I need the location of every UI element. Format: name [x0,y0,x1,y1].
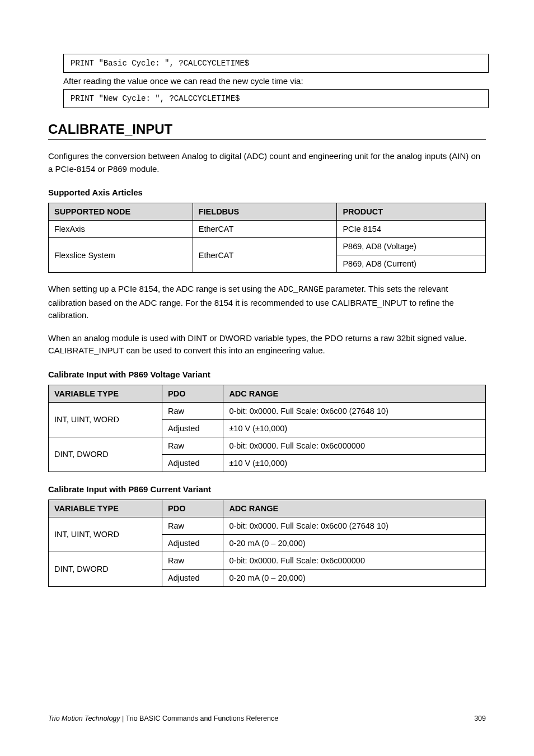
cell-pdo: Adjusted [162,534,223,552]
th-adc-range: ADC RANGE [223,500,486,517]
cell-adc: ±10 V (±10,000) [223,419,486,437]
cell-pdo: Raw [162,517,223,534]
th-vartype: VARIABLE TYPE [49,385,162,402]
th-vartype: VARIABLE TYPE [49,500,162,517]
th-fieldbus: FIELDBUS [193,203,337,221]
cell-pdo: Raw [162,437,223,454]
para-text: When setting up a PCIe 8154, the ADC ran… [48,284,278,293]
code-text: PRINT "New Cycle: ", ?CALCCYCLETIME$ [71,94,240,103]
table-row: Flexslice System EtherCAT P869, AD8 (Vol… [49,238,486,255]
code-line-2: PRINT "New Cycle: ", ?CALCCYCLETIME$ [63,89,489,108]
para-1: Configures the conversion between Analog… [48,150,486,175]
th-product: PRODUCT [337,203,486,221]
table3-caption: Calibrate Input with P869 Current Varian… [48,484,486,494]
cell-product: P869, AD8 (Voltage) [337,238,486,255]
cell-adc: 0-bit: 0x0000. Full Scale: 0x6c00 (27648… [223,517,486,534]
table-supported-axis: SUPPORTED NODE FIELDBUS PRODUCT FlexAxis… [48,203,486,273]
cell-fieldbus: EtherCAT [193,238,337,273]
cell-vartype: DINT, DWORD [49,437,162,472]
table-voltage: VARIABLE TYPE PDO ADC RANGE INT, UINT, W… [48,385,486,472]
cell-pdo: Adjusted [162,569,223,586]
table-row: INT, UINT, WORD Raw 0-bit: 0x0000. Full … [49,517,486,534]
footer-company: Trio Motion Technology [48,715,120,722]
cell-fieldbus: EtherCAT [193,221,337,238]
section-rule [48,139,486,140]
footer-page-number: 309 [474,715,486,722]
code-inter-text: After reading the value once we can read… [63,76,486,86]
page-footer: Trio Motion Technology | Trio BASIC Comm… [48,715,486,722]
cell-adc: 0-bit: 0x0000. Full Scale: 0x6c00 (27648… [223,402,486,419]
footer-doc-title: Trio BASIC Commands and Functions Refere… [126,715,279,722]
cell-pdo: Raw [162,552,223,569]
table2-caption: Calibrate Input with P869 Voltage Varian… [48,370,486,379]
table-row: DINT, DWORD Raw 0-bit: 0x0000. Full Scal… [49,552,486,569]
th-pdo: PDO [162,500,223,517]
th-adc-range: ADC RANGE [223,385,486,402]
th-pdo: PDO [162,385,223,402]
table-header-row: VARIABLE TYPE PDO ADC RANGE [49,500,486,517]
cell-product: P869, AD8 (Current) [337,255,486,273]
cell-vartype: DINT, DWORD [49,552,162,586]
table-current: VARIABLE TYPE PDO ADC RANGE INT, UINT, W… [48,500,486,587]
footer-left: Trio Motion Technology | Trio BASIC Comm… [48,715,278,722]
th-supported-node: SUPPORTED NODE [49,203,193,221]
table-row: DINT, DWORD Raw 0-bit: 0x0000. Full Scal… [49,437,486,454]
cell-vartype: INT, UINT, WORD [49,517,162,552]
param-name: ADC_RANGE [278,285,324,295]
table-row: INT, UINT, WORD Raw 0-bit: 0x0000. Full … [49,402,486,419]
cell-pdo: Raw [162,402,223,419]
table-header-row: VARIABLE TYPE PDO ADC RANGE [49,385,486,402]
code-text: PRINT "Basic Cycle: ", ?CALCCYCLETIME$ [71,59,249,68]
table-row: FlexAxis EtherCAT PCIe 8154 [49,221,486,238]
cell-pdo: Adjusted [162,419,223,437]
cell-pdo: Adjusted [162,454,223,472]
cell-node: FlexAxis [49,221,193,238]
para-3: When an analog module is used with DINT … [48,332,486,357]
cell-adc: ±10 V (±10,000) [223,454,486,472]
cell-product: PCIe 8154 [337,221,486,238]
cell-vartype: INT, UINT, WORD [49,402,162,437]
cell-adc: 0-20 mA (0 – 20,000) [223,569,486,586]
table-header-row: SUPPORTED NODE FIELDBUS PRODUCT [49,203,486,221]
para-2: When setting up a PCIe 8154, the ADC ran… [48,283,486,322]
cell-adc: 0-bit: 0x0000. Full Scale: 0x6c000000 [223,552,486,569]
cell-node: Flexslice System [49,238,193,273]
cell-adc: 0-20 mA (0 – 20,000) [223,534,486,552]
code-line-1: PRINT "Basic Cycle: ", ?CALCCYCLETIME$ [63,54,489,73]
cell-adc: 0-bit: 0x0000. Full Scale: 0x6c000000 [223,437,486,454]
table1-caption: Supported Axis Articles [48,188,486,197]
section-heading: CALIBRATE_INPUT [48,122,486,137]
